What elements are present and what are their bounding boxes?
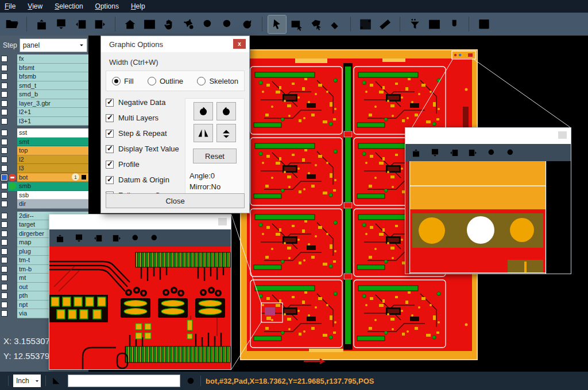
layer-visibility-checkbox[interactable] (1, 56, 7, 62)
layer-label[interactable]: top (19, 147, 88, 154)
layer-visibility-checkbox[interactable] (1, 257, 7, 263)
rect-select-button[interactable] (288, 15, 305, 33)
layer-panel-button[interactable] (475, 15, 493, 33)
magnifier-window-left[interactable] (49, 214, 231, 370)
layer-label[interactable]: smb (19, 182, 88, 189)
mirror-vertical-button[interactable] (194, 124, 213, 142)
magnifier-pcb-view[interactable] (405, 161, 571, 274)
angle-corner-icon[interactable] (51, 375, 62, 387)
magnifier-window-button[interactable] (558, 131, 567, 139)
layer-label[interactable]: smt (19, 138, 88, 145)
command-input[interactable] (68, 375, 180, 387)
clean-brush-button[interactable] (327, 15, 345, 33)
layer-row-smt[interactable]: smt (0, 138, 88, 147)
layer-row-smd_b[interactable]: smd_b (0, 90, 88, 99)
pan-down-button[interactable] (430, 147, 440, 158)
pan-hand-button[interactable] (160, 15, 178, 33)
layer-visibility-checkbox[interactable] (1, 231, 7, 237)
zoom-home-button[interactable] (121, 15, 139, 33)
layer-visibility-checkbox[interactable] (1, 147, 7, 154)
checkbox-negative-data[interactable]: Negative Data (106, 98, 181, 107)
dialog-titlebar[interactable]: Graphic Options (101, 36, 249, 52)
zoom-out-button[interactable] (505, 147, 516, 158)
checkbox-profile[interactable]: Profile (106, 160, 181, 169)
layer-visibility-checkbox[interactable] (1, 91, 7, 98)
zoom-in-button[interactable] (130, 233, 141, 244)
reset-button[interactable]: Reset (193, 149, 237, 163)
zoom-out-button[interactable] (149, 233, 160, 244)
layer-row-dir[interactable]: dir (0, 200, 88, 209)
layer-row-bfsmt[interactable]: bfsmt (0, 64, 88, 73)
layer-label[interactable]: ssb (19, 192, 88, 198)
layer-visibility-checkbox[interactable] (1, 248, 7, 255)
layer-visibility-checkbox[interactable] (1, 157, 7, 163)
dialog-close-button[interactable]: x (233, 39, 246, 49)
layer-label[interactable]: l2+1 (19, 108, 88, 115)
layer-visibility-checkbox[interactable] (1, 118, 7, 124)
layer-visibility-checkbox[interactable] (1, 192, 7, 198)
layer-visibility-checkbox[interactable] (1, 292, 7, 299)
menu-options[interactable]: Options (95, 2, 119, 10)
layer-label[interactable]: bfsmb (19, 73, 88, 80)
zoom-out-button[interactable] (219, 15, 237, 33)
zoom-previous-button[interactable] (238, 15, 256, 33)
layer-row-layer_3[interactable]: layer_3.gbr (0, 99, 88, 108)
mirror-horizontal-button[interactable] (216, 124, 236, 142)
layer-visibility-checkbox[interactable] (1, 183, 7, 189)
layer-label[interactable]: layer_3.gbr (19, 100, 88, 107)
radio-outline[interactable]: Outline (148, 77, 183, 85)
rotate-ccw-button[interactable] (216, 102, 236, 120)
menu-help[interactable]: Help (131, 2, 145, 10)
pan-left-button[interactable] (448, 147, 459, 158)
layer-row-smd_t[interactable]: smd_t (0, 81, 88, 91)
layer-label[interactable]: sst (19, 129, 88, 136)
layer-visibility-checkbox[interactable] (1, 302, 7, 308)
pan-down-button[interactable] (52, 15, 70, 33)
checkbox-display-text-value[interactable]: Display Text Value (106, 145, 181, 153)
ruler-button[interactable] (376, 15, 394, 33)
magnifier-window-button[interactable] (218, 218, 227, 225)
magnifier-titlebar[interactable] (49, 214, 231, 229)
layer-label[interactable]: bot (19, 174, 71, 181)
layer-label[interactable]: l3+1 (19, 118, 88, 124)
zoom-in-button[interactable] (486, 147, 497, 158)
close-button[interactable]: Close (106, 193, 245, 208)
layer-visibility-checkbox[interactable] (1, 109, 7, 115)
layer-visibility-checkbox[interactable] (1, 201, 7, 207)
menu-view[interactable]: View (28, 2, 42, 10)
poly-select-button[interactable] (307, 15, 325, 33)
checkbox-step-repeat[interactable]: Step & Repeat (106, 129, 181, 138)
layer-row-fx[interactable]: fx (0, 54, 88, 64)
layer-row-smb[interactable]: smb (0, 182, 88, 191)
pan-up-button[interactable] (411, 147, 421, 158)
drag-zoom-button[interactable] (180, 15, 198, 33)
layer-row-l2[interactable]: l2 (0, 155, 88, 165)
layer-row-sst[interactable]: sst (0, 128, 88, 138)
layer-visibility-checkbox[interactable] (1, 213, 7, 219)
layer-row-bot[interactable]: bot1 (0, 173, 88, 182)
pan-right-button[interactable] (111, 233, 122, 244)
layer-visibility-checkbox[interactable] (1, 266, 7, 272)
filter-button[interactable] (406, 15, 424, 33)
radio-skeleton[interactable]: Skeleton (197, 77, 238, 85)
select-cursor-button[interactable] (268, 15, 286, 33)
layer-visibility-checkbox[interactable] (1, 83, 7, 89)
layer-visibility-checkbox[interactable] (1, 310, 7, 317)
pan-up-button[interactable] (55, 233, 65, 244)
view-options-button[interactable] (425, 15, 443, 33)
snap-magnet-button[interactable] (445, 15, 463, 33)
zoom-in-button[interactable] (199, 15, 217, 33)
layer-visibility-checkbox[interactable] (1, 221, 7, 228)
measure-line-button[interactable] (357, 15, 374, 33)
layer-visibility-checkbox[interactable] (1, 139, 7, 145)
layer-visibility-checkbox[interactable] (1, 239, 7, 245)
step-select[interactable]: panel (20, 38, 87, 52)
open-file-button[interactable] (3, 15, 21, 33)
layer-label[interactable]: l3 (19, 165, 88, 171)
layer-row-l3[interactable]: l3 (0, 164, 88, 173)
layer-visibility-checkbox[interactable] (1, 284, 7, 290)
pan-left-button[interactable] (92, 233, 103, 244)
layer-visibility-checkbox[interactable] (1, 130, 7, 136)
layer-row-l2plus1[interactable]: l2+1 (0, 108, 88, 117)
layer-visibility-checkbox[interactable] (1, 100, 7, 107)
